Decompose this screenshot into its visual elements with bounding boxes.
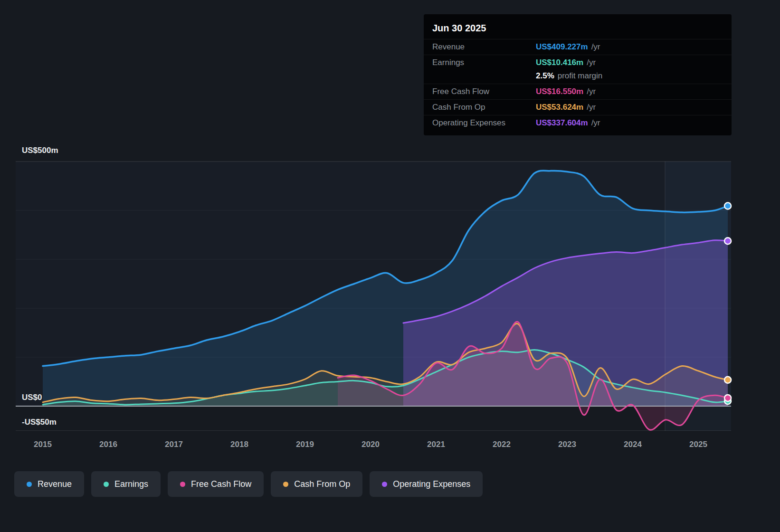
cash-from-op-dot-icon — [283, 482, 288, 487]
legend-label: Free Cash Flow — [191, 479, 251, 489]
operating-expenses-dot-icon — [382, 482, 387, 487]
tooltip-value: US$16.550m/yr — [536, 87, 596, 96]
tooltip-value: US$53.624m/yr — [536, 103, 596, 112]
tooltip-date: Jun 30 2025 — [424, 17, 732, 39]
tooltip-value: US$409.227m/yr — [536, 42, 600, 52]
legend-label: Operating Expenses — [393, 479, 470, 489]
legend-item-earnings[interactable]: Earnings — [91, 471, 161, 497]
x-axis-label-2017: 2017 — [165, 440, 183, 449]
tooltip-value: US$10.416m/yr — [536, 58, 596, 67]
tooltip-row-earnings: Earnings US$10.416m/yr — [424, 55, 732, 70]
tooltip-label: Earnings — [432, 58, 536, 67]
tooltip-label: Cash From Op — [432, 103, 536, 112]
legend-label: Revenue — [38, 479, 72, 489]
tooltip-value: 2.5%profit margin — [536, 71, 602, 81]
operating_expenses-end-dot — [724, 238, 731, 244]
cash_from_op-end-dot — [724, 377, 731, 383]
legend-item-cash-from-op[interactable]: Cash From Op — [271, 471, 362, 497]
financials-chart-page: US$500m US$0 -US$50m 2015 2016 2017 2018… — [0, 0, 780, 532]
x-axis-label-2021: 2021 — [427, 440, 445, 449]
x-axis-label-2025: 2025 — [689, 440, 707, 449]
x-axis-label-2015: 2015 — [34, 440, 52, 449]
earnings-dot-icon — [104, 482, 109, 487]
x-axis-label-2022: 2022 — [493, 440, 511, 449]
free_cash_flow-end-dot — [724, 395, 731, 401]
latest-period-highlight — [665, 162, 731, 431]
free-cash-flow-dot-icon — [180, 482, 185, 487]
tooltip-row-free-cash-flow: Free Cash Flow US$16.550m/yr — [424, 84, 732, 99]
revenue-end-dot — [724, 202, 731, 209]
tooltip-row-cash-from-op: Cash From Op US$53.624m/yr — [424, 99, 732, 115]
x-axis-label-2018: 2018 — [230, 440, 248, 449]
legend-label: Earnings — [114, 479, 148, 489]
x-axis-label-2016: 2016 — [99, 440, 117, 449]
legend-item-free-cash-flow[interactable]: Free Cash Flow — [168, 471, 264, 497]
tooltip-row-operating-expenses: Operating Expenses US$337.604m/yr — [424, 115, 732, 131]
tooltip-value: US$337.604m/yr — [536, 118, 600, 128]
revenue-dot-icon — [27, 482, 32, 487]
tooltip-label: Free Cash Flow — [432, 87, 536, 96]
legend: Revenue Earnings Free Cash Flow Cash Fro… — [14, 471, 483, 497]
x-axis-label-2020: 2020 — [361, 440, 380, 449]
legend-item-revenue[interactable]: Revenue — [14, 471, 84, 497]
tooltip-label: Operating Expenses — [432, 118, 536, 128]
legend-label: Cash From Op — [294, 479, 350, 489]
tooltip-row-revenue: Revenue US$409.227m/yr — [424, 39, 732, 55]
y-axis-label-500m: US$500m — [22, 146, 58, 155]
y-axis-label-neg50m: -US$50m — [22, 418, 57, 427]
data-tooltip: Jun 30 2025 Revenue US$409.227m/yr Earni… — [424, 14, 732, 135]
tooltip-label: Revenue — [432, 42, 536, 52]
tooltip-row-profit-margin: 2.5%profit margin — [424, 70, 732, 84]
y-axis-label-zero: US$0 — [22, 393, 42, 402]
x-axis-label-2023: 2023 — [558, 440, 576, 449]
x-axis-label-2024: 2024 — [624, 440, 642, 449]
x-axis-label-2019: 2019 — [296, 440, 314, 449]
legend-item-operating-expenses[interactable]: Operating Expenses — [370, 471, 483, 497]
